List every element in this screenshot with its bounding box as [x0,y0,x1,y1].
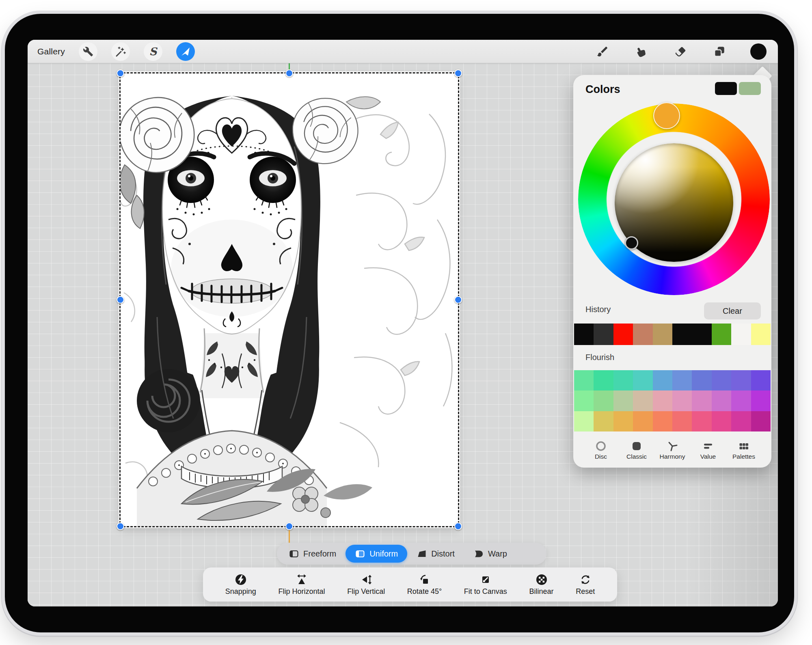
palette-swatch-r1c9[interactable] [731,370,751,390]
palette-swatch-r2c8[interactable] [712,390,731,411]
actions-tool-button[interactable] [79,42,97,61]
smudge-tool-button[interactable] [622,45,661,58]
transform-selection[interactable] [121,73,458,526]
history-swatch-6[interactable] [672,324,692,345]
ipad-device: Gallery S [5,14,794,632]
transform-option-snapping[interactable]: Snapping [225,574,256,596]
palettes-mode-icon [738,440,749,452]
history-swatch-7[interactable] [692,324,711,345]
transform-option-fit-to-canvas[interactable]: Fit to Canvas [464,574,507,596]
palette-swatch-r3c7[interactable] [692,411,711,431]
palette-swatch-r3c6[interactable] [672,411,692,431]
color-mode-tab-classic[interactable]: Classic [619,435,654,465]
secondary-color-swatch[interactable] [739,82,761,95]
transform-option-rotate-45[interactable]: Rotate 45° [407,574,442,596]
palette-swatch-r3c8[interactable] [712,411,731,431]
selection-handle-top-left[interactable] [117,69,124,77]
history-swatch-10[interactable] [751,324,771,345]
palette-swatch-r3c1[interactable] [574,411,594,431]
color-mode-tab-harmony[interactable]: Harmony [654,435,690,465]
flip-vertical-icon [360,574,372,586]
palette-swatch-r3c3[interactable] [613,411,633,431]
palette-swatch-r1c4[interactable] [633,370,652,390]
color-mode-bar: DiscClassicHarmonyValuePalettes [573,435,771,465]
palette-swatch-r1c6[interactable] [672,370,692,390]
distort-segment-icon [417,548,427,559]
selection-handle-bottom-center[interactable] [285,522,293,530]
left-tools: S [79,42,195,61]
hue-selector-knob[interactable] [653,102,680,129]
transform-mode-bar: FreeformUniformDistortWarp [277,543,546,565]
mode-label: Harmony [660,453,685,460]
history-swatch-2[interactable] [594,324,613,345]
palette-swatch-r2c4[interactable] [633,390,652,411]
color-mode-tab-disc[interactable]: Disc [583,435,619,465]
palette-swatch-r3c2[interactable] [594,411,613,431]
rotate-45-icon [418,574,430,586]
palette-swatch-r3c9[interactable] [731,411,751,431]
palette-swatch-r2c9[interactable] [731,390,751,411]
layers-tool-button[interactable] [700,45,739,58]
history-swatch-8[interactable] [712,324,731,345]
palette-swatch-r2c3[interactable] [613,390,633,411]
selection-tool-button[interactable]: S [144,42,162,61]
selection-handle-middle-left[interactable] [117,296,124,304]
transform-segment-freeform[interactable]: Freeform [279,545,346,563]
palette-swatch-r1c7[interactable] [692,370,711,390]
transform-segment-uniform[interactable]: Uniform [346,545,407,563]
history-swatch-1[interactable] [574,324,594,345]
screenshot-stage: Gallery S [0,0,812,645]
transform-option-flip-vertical[interactable]: Flip Vertical [347,574,385,596]
transform-tool-button[interactable] [176,42,195,61]
palette-row-3 [574,411,771,431]
brush-tool-button[interactable] [583,45,622,58]
color-wheel[interactable] [578,104,770,295]
history-clear-button[interactable]: Clear [704,302,761,319]
transform-segment-distort[interactable]: Distort [407,545,464,563]
palette-swatch-r2c5[interactable] [653,390,672,411]
eraser-tool-button[interactable] [661,45,700,58]
palette-swatch-r1c1[interactable] [574,370,594,390]
selection-handle-middle-right[interactable] [454,296,462,304]
palette-swatch-r1c5[interactable] [653,370,672,390]
palette-swatch-r2c1[interactable] [574,390,594,411]
selection-handle-top-center[interactable] [285,69,293,77]
palette-swatch-r1c3[interactable] [613,370,633,390]
selection-handle-top-right[interactable] [454,69,462,77]
selection-s-icon: S [149,46,157,57]
transform-option-reset[interactable]: Reset [576,574,595,596]
mode-label: Classic [626,453,647,460]
option-label: Rotate 45° [407,587,442,596]
palette-swatch-r1c8[interactable] [712,370,731,390]
history-swatch-4[interactable] [633,324,652,345]
option-label: Flip Vertical [347,587,385,596]
selection-handle-bottom-right[interactable] [454,522,462,530]
palette-swatch-r1c10[interactable] [751,370,771,390]
history-swatch-3[interactable] [613,324,633,345]
transform-option-bilinear[interactable]: Bilinear [529,574,554,596]
palette-swatch-r3c5[interactable] [653,411,672,431]
history-swatch-9[interactable] [731,324,751,345]
palette-swatch-r2c10[interactable] [751,390,771,411]
palette-swatch-r2c6[interactable] [672,390,692,411]
palette-swatch-r3c10[interactable] [751,411,771,431]
adjustments-tool-button[interactable] [111,42,130,61]
color-tool-button[interactable] [739,43,778,60]
history-swatch-5[interactable] [653,324,672,345]
transform-segment-warp[interactable]: Warp [464,545,516,563]
color-mode-tab-palettes[interactable]: Palettes [726,435,762,465]
shade-selector-knob[interactable] [625,236,638,250]
primary-color-swatch[interactable] [715,82,737,95]
freeform-segment-icon [289,548,299,559]
palette-swatch-r3c4[interactable] [633,411,652,431]
transform-option-flip-horizontal[interactable]: Flip Horizontal [278,574,325,596]
palette-swatch-r2c2[interactable] [594,390,613,411]
canvas-artwork[interactable] [121,73,458,526]
palette-swatch-r2c7[interactable] [692,390,711,411]
gallery-button[interactable]: Gallery [37,47,65,56]
option-label: Reset [576,587,595,596]
top-toolbar: Gallery S [28,40,778,63]
color-mode-tab-value[interactable]: Value [690,435,726,465]
palette-swatch-r1c2[interactable] [594,370,613,390]
selection-handle-bottom-left[interactable] [117,522,124,530]
